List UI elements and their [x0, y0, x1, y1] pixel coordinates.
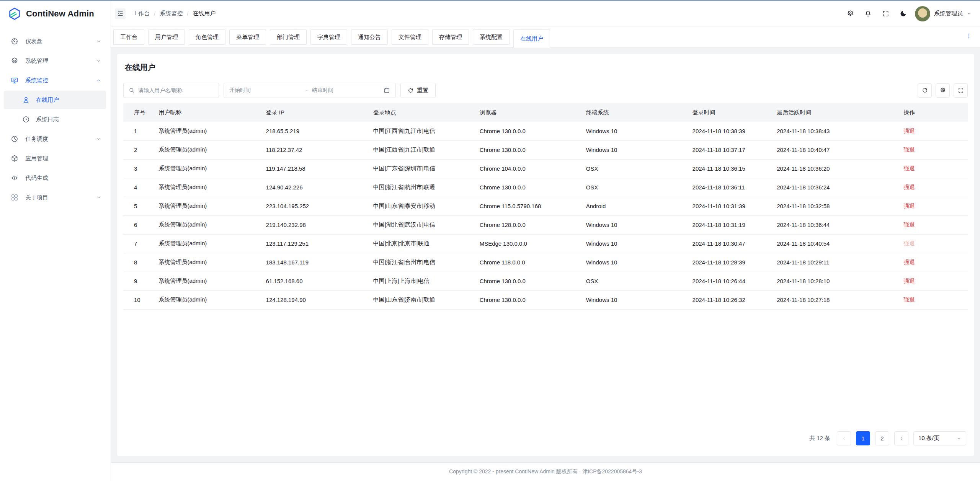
cell-os: Windows 10 [581, 140, 688, 159]
cell-action: 强退 [898, 290, 968, 309]
theme-toggle-button[interactable] [900, 10, 907, 17]
tab-item[interactable]: 菜单管理 [229, 29, 266, 45]
tab-item[interactable]: 在线用户 [513, 29, 550, 48]
column-header: 登录 IP [261, 103, 368, 122]
cell-last_active: 2024-11-18 10:29:11 [772, 253, 898, 272]
search-icon [129, 87, 135, 93]
breadcrumb: 工作台/系统监控/在线用户 [132, 10, 216, 17]
settings-button[interactable] [847, 10, 854, 17]
cell-index: 7 [123, 234, 154, 253]
cell-action: 强退 [898, 140, 968, 159]
tab-item[interactable]: 通知公告 [351, 29, 388, 45]
cube-icon [11, 155, 18, 162]
cell-index: 4 [123, 178, 154, 197]
cell-action: 强退 [898, 178, 968, 197]
reset-button[interactable]: 重置 [400, 83, 436, 98]
page-size-select[interactable]: 10 条/页 [913, 431, 966, 445]
cell-location: 中国|北京|北京市|联通 [368, 234, 475, 253]
date-range-picker[interactable]: 开始时间 - 结束时间 [224, 83, 396, 98]
refresh-icon [922, 87, 928, 93]
brand[interactable]: ContiNew Admin [0, 1, 111, 26]
code-icon [11, 174, 18, 182]
cell-location: 中国|江西省|九江市|联通 [368, 140, 475, 159]
page-button[interactable]: 1 [856, 431, 870, 445]
table-fullscreen-button[interactable] [954, 83, 968, 98]
cell-login_time: 2024-11-18 10:31:19 [688, 215, 772, 234]
tab-item[interactable]: 系统配置 [473, 29, 510, 45]
next-page-button[interactable] [894, 431, 908, 445]
cell-location: 中国|江西省|九江市|电信 [368, 122, 475, 140]
cell-index: 6 [123, 215, 154, 234]
page-button[interactable]: 2 [875, 431, 889, 445]
tab-item[interactable]: 角色管理 [189, 29, 225, 45]
force-logout-link[interactable]: 强退 [903, 165, 915, 171]
table-row: 2系统管理员(admin)118.212.37.42中国|江西省|九江市|联通C… [123, 140, 968, 159]
force-logout-link: 强退 [903, 240, 915, 246]
cell-ip: 124.90.42.226 [261, 178, 368, 197]
fullscreen-button[interactable] [882, 10, 889, 17]
cell-login_time: 2024-11-18 10:36:11 [688, 178, 772, 197]
cell-os: Android [581, 197, 688, 215]
cell-os: OSX [581, 178, 688, 197]
tab-item[interactable]: 部门管理 [270, 29, 307, 45]
avatar [915, 6, 930, 21]
top-header: 工作台/系统监控/在线用户 系统管理员 [111, 1, 980, 26]
cell-ip: 183.148.167.119 [261, 253, 368, 272]
cell-browser: Chrome 118.0.0.0 [475, 253, 581, 272]
sidebar-item[interactable]: 关于项目 [0, 188, 111, 207]
sidebar-subitem-label: 系统日志 [36, 116, 59, 123]
cell-action: 强退 [898, 122, 968, 140]
sidebar-item[interactable]: 应用管理 [0, 149, 111, 168]
tab-item[interactable]: 工作台 [113, 29, 144, 45]
app-title: ContiNew Admin [26, 9, 94, 19]
cell-login_time: 2024-11-18 10:38:39 [688, 122, 772, 140]
search-field [123, 83, 219, 98]
force-logout-link[interactable]: 强退 [903, 277, 915, 284]
force-logout-link[interactable]: 强退 [903, 202, 915, 209]
table-row: 8系统管理员(admin)183.148.167.119中国|浙江省|台州市|电… [123, 253, 968, 272]
sidebar-subitem[interactable]: 系统日志 [4, 110, 106, 129]
tab-item[interactable]: 字典管理 [310, 29, 347, 45]
force-logout-link[interactable]: 强退 [903, 184, 915, 190]
sidebar-item[interactable]: 任务调度 [0, 130, 111, 148]
sidebar-subitem[interactable]: 在线用户 [4, 91, 106, 109]
cell-index: 9 [123, 272, 154, 290]
sidebar-item[interactable]: 系统监控 [0, 71, 111, 90]
search-input[interactable] [138, 87, 214, 93]
page-content: 在线用户 开始时间 - 结束时间 重置 [111, 48, 980, 462]
cell-nickname: 系统管理员(admin) [154, 122, 261, 140]
table-header-row: 序号用户昵称登录 IP登录地点浏览器终端系统登录时间最后活跃时间操作 [123, 103, 968, 122]
force-logout-link[interactable]: 强退 [903, 296, 915, 303]
cell-action: 强退 [898, 159, 968, 178]
column-settings-button[interactable] [936, 83, 950, 98]
cell-index: 5 [123, 197, 154, 215]
table-row: 5系统管理员(admin)223.104.195.252中国|山东省|泰安市|移… [123, 197, 968, 215]
force-logout-link[interactable]: 强退 [903, 127, 915, 134]
cell-action: 强退 [898, 272, 968, 290]
sidebar-collapse-button[interactable] [115, 8, 126, 19]
tab-item[interactable]: 用户管理 [148, 29, 185, 45]
refresh-table-button[interactable] [918, 83, 932, 98]
sidebar-item[interactable]: 代码生成 [0, 169, 111, 187]
cell-os: OSX [581, 159, 688, 178]
cell-nickname: 系统管理员(admin) [154, 253, 261, 272]
table-row: 1系统管理员(admin)218.65.5.219中国|江西省|九江市|电信Ch… [123, 122, 968, 140]
tab-bar: 工作台用户管理角色管理菜单管理部门管理字典管理通知公告文件管理存储管理系统配置在… [111, 26, 980, 48]
tab-more-button[interactable] [965, 33, 972, 41]
dashboard-icon [11, 38, 18, 45]
sidebar-item-label: 系统监控 [25, 77, 48, 84]
cell-nickname: 系统管理员(admin) [154, 140, 261, 159]
breadcrumb-item[interactable]: 系统监控 [160, 10, 183, 17]
force-logout-link[interactable]: 强退 [903, 221, 915, 228]
cell-ip: 219.140.232.98 [261, 215, 368, 234]
sidebar-item[interactable]: 仪表盘 [0, 32, 111, 51]
tab-item[interactable]: 存储管理 [432, 29, 469, 45]
breadcrumb-item[interactable]: 工作台 [132, 10, 150, 17]
force-logout-link[interactable]: 强退 [903, 146, 915, 153]
force-logout-link[interactable]: 强退 [903, 259, 915, 265]
sidebar-item[interactable]: 系统管理 [0, 52, 111, 70]
user-menu[interactable]: 系统管理员 [915, 6, 972, 21]
tab-item[interactable]: 文件管理 [392, 29, 428, 45]
sidebar-item-label: 仪表盘 [25, 38, 42, 45]
notifications-button[interactable] [864, 10, 872, 17]
